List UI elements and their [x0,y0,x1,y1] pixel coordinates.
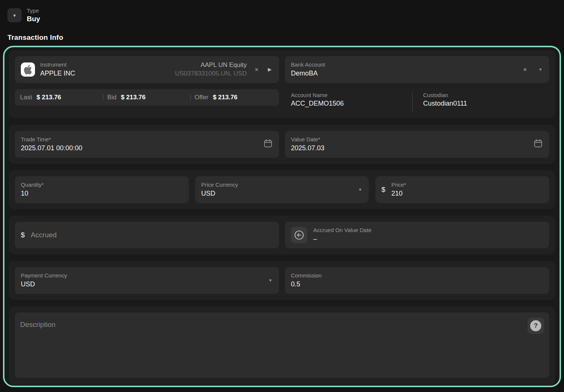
accrued-section: $ Accrued On Value Date – [9,216,555,254]
bank-account-field[interactable]: Bank Account DemoBA × ▾ [285,56,549,83]
type-value: Buy [27,15,40,23]
payment-section: Payment Currency USD ▾ Commission 0.5 [9,261,555,300]
bank-account-caret-icon[interactable]: ▾ [538,65,543,74]
commission-label: Commission [291,272,322,279]
accrued-on-value-date-field: Accrued On Value Date – [285,222,549,248]
bid-quote: Bid $ 213.76 [103,94,190,101]
custodian-label: Custodian [423,91,467,99]
description-section: ? [9,306,555,385]
transaction-info-panel: Instrument APPLE INC AAPL UN Equity US03… [3,46,561,387]
accrued-input[interactable] [31,231,273,239]
help-button[interactable]: ? [528,318,544,334]
instrument-identifier: US0378331005.UN, USD [175,70,247,78]
price-currency-value: USD [201,189,238,198]
copy-accrued-button[interactable] [291,227,307,243]
caret-down-icon: ▾ [13,13,16,18]
price-currency-caret-icon[interactable]: ▾ [358,185,363,194]
quantity-label: Quantity* [21,181,44,189]
trade-time-field[interactable]: Trade Time* 2025.07.01 00:00:00 [15,131,279,158]
expand-instrument-icon[interactable]: ▶ [266,65,273,74]
accrued-on-value-date-value: – [313,235,371,243]
calendar-icon[interactable] [533,138,543,150]
price-currency-label: Price Currency [201,181,238,189]
account-divider [412,92,413,112]
type-texts: Type Buy [27,7,40,23]
instrument-identifiers: AAPL UN Equity US0378331005.UN, USD [175,61,247,78]
offer-quote: Offer $ 213.76 [191,94,278,101]
payment-currency-label: Payment Currency [21,272,67,279]
commission-value: 0.5 [291,280,322,289]
account-name-value: ACC_DEMO1506 [291,99,412,108]
instrument-ticker: AAPL UN Equity [201,61,247,70]
offer-label: Offer [195,94,208,101]
quantity-value: 10 [21,189,44,198]
accrued-field[interactable]: $ [15,222,279,248]
instrument-section: Instrument APPLE INC AAPL UN Equity US03… [9,50,555,118]
instrument-label: Instrument [40,61,75,68]
offer-value: $ 213.76 [213,94,237,101]
quantity-field[interactable]: Quantity* 10 [15,176,189,203]
account-name-label: Account Name [291,91,412,99]
apple-logo-icon [21,62,35,77]
bank-account-label: Bank Account [291,61,325,68]
bank-account-value: DemoBA [291,69,325,78]
price-label: Price* [391,181,406,189]
calendar-icon[interactable] [263,138,273,150]
payment-currency-caret-icon[interactable]: ▾ [267,276,273,285]
bid-label: Bid [107,94,116,101]
value-date-field[interactable]: Value Date* 2025.07.03 [285,131,549,158]
commission-field[interactable]: Commission 0.5 [285,267,549,294]
payment-currency-field[interactable]: Payment Currency USD ▾ [15,267,279,294]
value-date-value: 2025.07.03 [291,144,324,152]
quantity-price-section: Quantity* 10 Price Currency USD ▾ $ Pric… [9,170,555,209]
type-dropdown-button[interactable]: ▾ [7,8,22,22]
custodian-value: Custodian0111 [423,99,467,108]
bid-value: $ 213.76 [121,94,145,101]
last-label: Last [20,94,32,101]
account-name: Account Name ACC_DEMO1506 [291,91,412,112]
value-date-label: Value Date* [291,136,324,143]
clear-bank-account-icon[interactable]: × [522,65,528,74]
description-textarea[interactable] [15,312,549,378]
type-label: Type [27,7,40,15]
dollar-icon: $ [21,231,25,239]
custodian: Custodian Custodian0111 [423,91,467,112]
type-selector: ▾ Type Buy [0,0,564,23]
price-value: 210 [391,189,406,198]
trade-time-label: Trade Time* [21,136,82,143]
last-quote: Last $ 213.76 [16,94,103,101]
quotes-strip: Last $ 213.76 Bid $ 213.76 Offer $ 213.7… [15,89,279,106]
dates-section: Trade Time* 2025.07.01 00:00:00 Value Da… [9,125,555,164]
dollar-icon: $ [381,186,385,194]
trade-time-value: 2025.07.01 00:00:00 [21,144,82,152]
page-title: Transaction Info [7,33,557,42]
last-value: $ 213.76 [36,94,61,101]
price-currency-field[interactable]: Price Currency USD ▾ [195,176,369,203]
clear-instrument-icon[interactable]: × [253,65,260,74]
account-info: Account Name ACC_DEMO1506 Custodian Cust… [285,89,549,112]
instrument-field[interactable]: Instrument APPLE INC AAPL UN Equity US03… [15,56,279,83]
price-field[interactable]: $ Price* 210 [375,176,549,203]
payment-currency-value: USD [21,280,67,289]
instrument-value: APPLE INC [40,69,75,78]
accrued-on-value-date-label: Accrued On Value Date [313,226,371,234]
question-mark-icon: ? [530,320,541,331]
